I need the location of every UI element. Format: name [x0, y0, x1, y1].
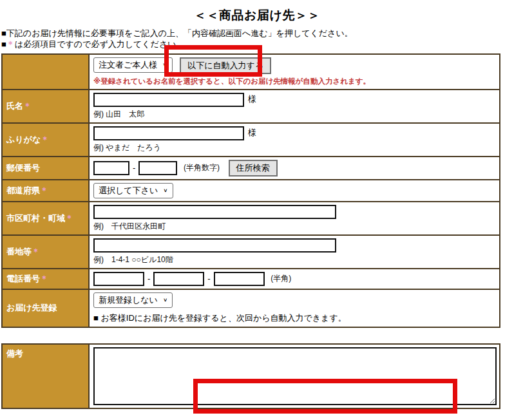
city-value-cell: 例) 千代田区永田町 [89, 202, 500, 235]
prefecture-select-value: 選択して下さい [99, 185, 158, 196]
kana-required-star: ＊ [41, 135, 49, 144]
delivery-address-table: 注文者ご本人様 ∨ 以下に自動入力する ※登録されているお名前を選択すると、以下… [1, 53, 500, 328]
postal-label-text: 郵便番号 [6, 163, 40, 173]
address-search-button[interactable]: 住所検索 [229, 160, 278, 177]
register-label: お届け先登録 [2, 289, 89, 327]
register-select[interactable]: 新規登録しない ∨ [93, 292, 173, 308]
chevron-down-icon: ∨ [163, 188, 167, 193]
form-instructions: ■下記のお届け先情報に必要事項をご記入の上、「内容確認画面へ進む」を押してくださ… [1, 28, 514, 50]
address-example: 例) 1-4-1 ○○ビル10階 [93, 254, 495, 265]
table-row-name: 氏名＊ 様 例) 山田 太郎 [2, 90, 500, 123]
required-star-legend: ＊ [6, 39, 15, 49]
postal-format-note: (半角数字) [184, 163, 220, 172]
instruction-bullet: ■ [1, 39, 6, 49]
table-row-remarks: 備考 [2, 344, 500, 408]
address-label-text: 番地等 [6, 247, 32, 256]
phone-separator-1: - [148, 274, 150, 283]
autofill-note: ※登録されているお名前を選択すると、以下のお届け先情報が自動入力されます。 [93, 77, 495, 86]
remarks-value-cell [89, 344, 500, 408]
name-value-cell: 様 例) 山田 太郎 [89, 90, 500, 123]
table-row-phone: 電話番号＊ -- (半角) [2, 269, 500, 289]
register-label-text: お届け先登録 [6, 303, 57, 312]
remarks-textarea[interactable] [93, 347, 497, 405]
address-input[interactable] [93, 238, 336, 253]
chevron-down-icon: ∨ [162, 62, 167, 68]
prefecture-label-text: 都道府県 [6, 186, 40, 195]
name-example: 例) 山田 太郎 [93, 109, 495, 120]
postal-code-input-1[interactable] [93, 161, 129, 175]
phone-separator-2: - [207, 274, 210, 283]
autofill-button[interactable]: 以下に自動入力する [180, 57, 271, 74]
postal-label: 郵便番号 [2, 157, 89, 180]
phone-label: 電話番号＊ [2, 269, 89, 289]
prefecture-label: 都道府県＊ [2, 180, 89, 202]
prefecture-value-cell: 選択して下さい ∨ [89, 180, 500, 202]
name-required-star: ＊ [23, 101, 32, 111]
postal-code-input-2[interactable] [138, 161, 177, 175]
address-value-cell: 例) 1-4-1 ○○ビル10階 [89, 235, 500, 269]
postal-separator: - [133, 163, 135, 173]
kana-suffix: 様 [248, 128, 256, 137]
phone-input-1[interactable] [93, 272, 144, 286]
kana-example: 例) やまだ たろう [93, 142, 495, 153]
autofill-label-cell [2, 54, 89, 90]
remarks-label-text: 備考 [6, 348, 23, 358]
city-required-star: ＊ [65, 213, 73, 223]
phone-value-cell: -- (半角) [89, 269, 500, 289]
kana-label-text: ふりがな [6, 135, 41, 144]
address-required-star: ＊ [32, 247, 40, 256]
orderer-select[interactable]: 注文者ご本人様 ∨ [93, 57, 173, 73]
table-row-address: 番地等＊ 例) 1-4-1 ○○ビル10階 [2, 235, 500, 269]
name-input[interactable] [93, 93, 244, 107]
prefecture-required-star: ＊ [40, 186, 48, 195]
register-note: ■ お客様IDにお届け先を登録すると、次回から自動入力できます。 [93, 312, 495, 324]
table-row-autofill: 注文者ご本人様 ∨ 以下に自動入力する ※登録されているお名前を選択すると、以下… [2, 54, 500, 90]
phone-input-3[interactable] [214, 272, 265, 286]
name-label: 氏名＊ [2, 90, 89, 123]
instruction-line-2: ■＊は必須項目ですので必ず入力してください。 [1, 39, 514, 50]
register-value-cell: 新規登録しない ∨ ■ お客様IDにお届け先を登録すると、次回から自動入力できま… [89, 289, 500, 327]
city-input[interactable] [93, 205, 336, 219]
phone-required-star: ＊ [40, 274, 48, 283]
instruction-line-2-text: は必須項目ですので必ず入力してください。 [15, 39, 185, 49]
city-example: 例) 千代田区永田町 [93, 221, 495, 232]
table-row-city: 市区町村・町域＊ 例) 千代田区永田町 [2, 202, 500, 235]
phone-format-note: (半角) [271, 274, 291, 283]
table-row-postal: 郵便番号 - (半角数字) 住所検索 [2, 157, 500, 180]
table-row-register: お届け先登録 新規登録しない ∨ ■ お客様IDにお届け先を登録すると、次回から… [2, 289, 500, 327]
table-row-prefecture: 都道府県＊ 選択して下さい ∨ [2, 180, 500, 202]
kana-label: ふりがな＊ [2, 123, 89, 157]
phone-input-2[interactable] [153, 272, 204, 286]
chevron-down-icon: ∨ [163, 298, 167, 303]
kana-input[interactable] [93, 126, 244, 140]
remarks-label: 備考 [2, 344, 89, 408]
instruction-line-1: ■下記のお届け先情報に必要事項をご記入の上、「内容確認画面へ進む」を押してくださ… [1, 28, 514, 39]
name-suffix: 様 [248, 94, 256, 104]
phone-label-text: 電話番号 [6, 274, 40, 283]
name-label-text: 氏名 [6, 101, 23, 111]
prefecture-select[interactable]: 選択して下さい ∨ [93, 183, 173, 198]
page-title: ＜＜商品お届け先＞＞ [0, 0, 514, 24]
remarks-table: 備考 [1, 343, 500, 409]
kana-value-cell: 様 例) やまだ たろう [89, 123, 500, 157]
city-label: 市区町村・町域＊ [2, 202, 89, 235]
table-row-kana: ふりがな＊ 様 例) やまだ たろう [2, 123, 500, 157]
orderer-select-value: 注文者ご本人様 [99, 59, 157, 71]
autofill-value-cell: 注文者ご本人様 ∨ 以下に自動入力する ※登録されているお名前を選択すると、以下… [89, 54, 500, 90]
postal-value-cell: - (半角数字) 住所検索 [89, 157, 500, 180]
address-label: 番地等＊ [2, 235, 89, 269]
city-label-text: 市区町村・町域 [6, 213, 65, 223]
register-select-value: 新規登録しない [99, 294, 158, 306]
